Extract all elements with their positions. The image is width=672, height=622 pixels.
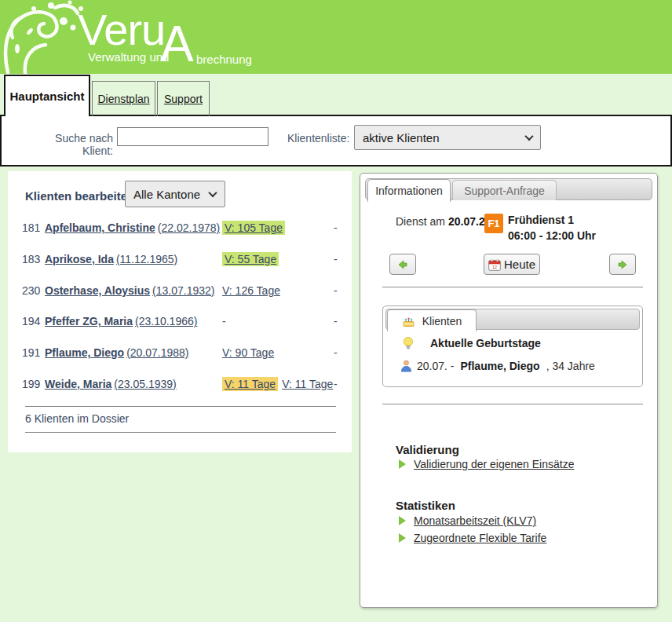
flexible-tariffs-link[interactable]: Zugeordnete Flexible Tarife — [414, 532, 546, 544]
duty-date-label: Dienst am20.07.22: — [396, 215, 494, 228]
svg-text:12: 12 — [492, 265, 497, 269]
client-dash: - — [334, 378, 345, 390]
monthly-worktime-link[interactable]: Monatsarbeitszeit (KLV7) — [414, 514, 536, 527]
duty-label-text: Dienst am — [396, 215, 445, 228]
vacation-link[interactable]: V: 105 Tage — [222, 221, 285, 235]
arrow-right-icon — [616, 258, 629, 271]
client-id: 230 — [22, 284, 45, 297]
client-row: 199 Weide, Maria(23.05.1939) V: 11 TageV… — [8, 378, 352, 409]
client-name-link[interactable]: Pflaume, Diego(20.07.1988) — [45, 346, 222, 359]
client-name-link[interactable]: Aprikose, Ida(11.12.1965) — [45, 253, 222, 265]
client-row: 191 Pflaume, Diego(20.07.1988) V: 90 Tag… — [8, 346, 352, 378]
floral-decoration-icon — [2, 0, 89, 74]
calendar-icon: 12 — [488, 258, 501, 271]
client-row: 230 Osterhase, Aloysius(13.07.1932) V: 1… — [8, 284, 352, 316]
lightbulb-icon — [402, 336, 415, 350]
client-name: Aprikose, Ida — [45, 253, 114, 265]
klienten-widget: Klienten Aktuelle Geburtstage 20.07. -Pf… — [382, 306, 643, 387]
today-button-label: Heute — [504, 258, 535, 271]
client-list-label: Klientenliste: — [287, 132, 349, 145]
divider — [25, 406, 336, 407]
client-name: Apfelbaum, Christine — [45, 221, 155, 234]
birthday-entry-row: 20.07. -Pflaume, Diego, 34 Jahre — [400, 360, 595, 372]
client-name-link[interactable]: Osterhase, Aloysius(13.07.1932) — [45, 284, 222, 297]
shift-badge: F1 — [484, 214, 503, 233]
chevron-down-icon — [208, 188, 217, 197]
vacation-link-2[interactable]: V: 11 Tage — [282, 378, 333, 390]
app-header: Veru A Verwaltung und brechnung — [0, 0, 672, 74]
green-triangle-icon — [399, 516, 406, 525]
vacation-link[interactable]: V: 90 Tage — [222, 346, 274, 359]
client-birthdate: (22.02.1978) — [158, 221, 220, 234]
client-id: 199 — [22, 378, 45, 390]
client-row: 181 Apfelbaum, Christine(22.02.1978) V: … — [8, 221, 352, 253]
search-label: Suche nach Klient: — [25, 132, 113, 157]
next-day-button[interactable] — [609, 254, 636, 275]
klienten-tab-label: Klienten — [422, 315, 462, 327]
birthday-header-row: Aktuelle Geburtstage — [402, 336, 541, 350]
statistics-section-title: Statistiken — [396, 499, 455, 512]
vacation-link[interactable]: V: 126 Tage — [222, 284, 280, 297]
birthday-cake-icon — [402, 315, 415, 327]
previous-day-button[interactable] — [389, 254, 416, 275]
logo-tagline-left: Verwaltung und — [88, 50, 169, 64]
divider — [382, 404, 643, 404]
client-list-select[interactable]: aktive Klienten — [354, 125, 541, 150]
client-list: 181 Apfelbaum, Christine(22.02.1978) V: … — [8, 221, 352, 409]
vacation-cell: V: 11 TageV: 11 Tage — [222, 378, 334, 390]
shift-details: Frühdienst 1 06:00 - 12:00 Uhr — [508, 212, 596, 243]
client-name: Weide, Maria — [45, 378, 111, 390]
canton-filter-select[interactable]: Alle Kantone — [125, 181, 225, 207]
birthday-title: Aktuelle Geburtstage — [430, 337, 541, 349]
validation-section-title: Validierung — [396, 443, 459, 456]
shift-time: 06:00 - 12:00 Uhr — [508, 228, 596, 243]
client-name-link[interactable]: Weide, Maria(23.05.1939) — [45, 378, 222, 390]
client-dash: - — [334, 346, 345, 359]
person-icon — [400, 360, 412, 372]
logo-tagline-right: brechnung — [196, 53, 252, 66]
tab-hauptansicht[interactable]: Hauptansicht — [4, 75, 90, 116]
vacation-link[interactable]: V: 11 Tage — [222, 377, 278, 391]
divider — [382, 287, 643, 287]
clients-panel-title: Klienten bearbeiten — [25, 189, 134, 203]
client-row: 194 Pfeffer ZG, Maria(23.10.1966) - - — [8, 315, 352, 346]
client-birthdate: (11.12.1965) — [116, 253, 177, 265]
vacation-cell: V: 90 Tage — [222, 346, 334, 359]
client-list-selected-value: aktive Klienten — [363, 131, 440, 145]
logo-text-main: Veru — [78, 8, 165, 52]
statistics-link-row: Monatsarbeitszeit (KLV7) — [399, 514, 536, 527]
client-birthdate: (23.05.1939) — [114, 378, 176, 390]
arrow-left-icon — [396, 258, 409, 271]
today-button[interactable]: 12 Heute — [484, 254, 540, 275]
info-panel: Informationen Support-Anfrage Dienst am2… — [360, 173, 658, 608]
vacation-empty: - — [222, 315, 226, 327]
client-dash: - — [334, 221, 345, 234]
tab-informationen[interactable]: Informationen — [367, 179, 451, 202]
client-birthdate: (13.07.1932) — [152, 284, 214, 297]
tab-support[interactable]: Support — [157, 81, 210, 116]
client-birthdate: (20.07.1988) — [126, 346, 188, 359]
tab-dienstplan[interactable]: Dienstplan — [92, 81, 155, 116]
validation-link-row: Validierung der eigenen Einsätze — [399, 458, 574, 470]
green-triangle-icon — [399, 533, 406, 543]
shift-name: Frühdienst 1 — [508, 212, 596, 228]
search-bar: Suche nach Klient: Klientenliste: aktive… — [0, 116, 672, 166]
birthday-entry-date: 20.07. - — [417, 360, 454, 372]
client-count-text: 6 Klienten im Dossier — [25, 412, 129, 425]
client-id: 194 — [22, 315, 45, 327]
tab-support-anfrage[interactable]: Support-Anfrage — [452, 180, 557, 200]
clients-panel: Klienten bearbeiten Alle Kantone 181 Apf… — [8, 171, 352, 452]
tab-klienten[interactable]: Klienten — [387, 309, 477, 331]
client-name-link[interactable]: Apfelbaum, Christine(22.02.1978) — [45, 221, 222, 234]
vacation-cell: V: 105 Tage — [222, 221, 334, 234]
validation-link[interactable]: Validierung der eigenen Einsätze — [414, 458, 574, 470]
birthday-entry-name: Pflaume, Diego — [460, 360, 539, 372]
birthday-entry-age: , 34 Jahre — [546, 360, 595, 372]
vacation-cell: V: 126 Tage — [222, 284, 334, 297]
client-search-input[interactable] — [117, 127, 268, 146]
client-name-link[interactable]: Pfeffer ZG, Maria(23.10.1966) — [45, 315, 222, 327]
vacation-link[interactable]: V: 55 Tage — [222, 252, 279, 266]
green-triangle-icon — [399, 459, 406, 469]
statistics-link-row: Zugeordnete Flexible Tarife — [399, 532, 546, 544]
client-id: 191 — [22, 346, 45, 359]
